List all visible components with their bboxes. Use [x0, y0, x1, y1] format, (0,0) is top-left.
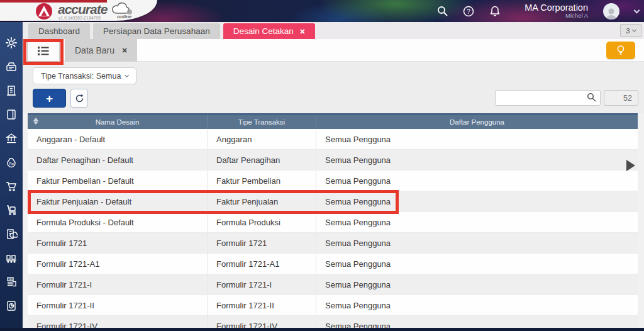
reports-icon[interactable] [5, 299, 18, 312]
manufacture-icon[interactable] [5, 251, 18, 264]
chevron-down-icon [125, 73, 129, 77]
cell-daftar-pengguna: Semua Pengguna [316, 150, 638, 170]
cell-tipe-transaksi: Formula Produksi [208, 212, 316, 232]
plus-icon: + [46, 93, 53, 104]
cursor-arrow [626, 160, 635, 171]
help-icon[interactable]: ? [463, 6, 474, 17]
cell-daftar-pengguna: Semua Pengguna [316, 274, 638, 295]
table-row[interactable]: Faktur Pembelian - Default Faktur Pembel… [28, 171, 638, 191]
cell-daftar-pengguna: Semua Pengguna [316, 295, 638, 315]
cell-nama-desain: Faktur Penjualan - Default [28, 191, 208, 211]
designs-table: Nama Desain Tipe Transaksi Daftar Penggu… [28, 113, 638, 331]
accurate-logo-icon [35, 3, 53, 20]
journal-icon[interactable] [5, 108, 18, 121]
table-row[interactable]: Formulir 1721 Formulir 1721 Semua Penggu… [28, 233, 638, 254]
search-input[interactable] [495, 90, 601, 106]
bank-icon[interactable] [5, 132, 18, 145]
list-view-icon [37, 46, 50, 56]
search-field-wrap [495, 90, 601, 106]
bell-icon[interactable] [489, 6, 501, 17]
table-row[interactable]: Daftar Penagihan - Default Daftar Penagi… [28, 150, 638, 171]
refresh-icon [75, 94, 84, 103]
main-tab-strip: Dashboard Persiapan Data Perusahaan Desa… [23, 22, 644, 39]
user-name: Michel A [525, 13, 588, 19]
cell-tipe-transaksi: Formulir 1721 [208, 233, 316, 253]
cell-daftar-pengguna: Semua Pengguna [316, 254, 638, 274]
toolbar: Tipe Transaksi: Semua + 52 [23, 62, 644, 113]
chevron-down-icon[interactable] [634, 7, 640, 13]
svg-text:Rp: Rp [9, 161, 14, 165]
cell-tipe-transaksi: Formulir 1721-II [208, 295, 316, 315]
cell-daftar-pengguna: Semua Pengguna [316, 191, 638, 211]
result-count: 52 [623, 94, 632, 103]
app-window: accurate v1.0.1#3352-2184705 online ? MA… [0, 0, 644, 331]
table-row[interactable]: Faktur Penjualan - Default Faktur Penjua… [28, 191, 638, 212]
chevron-down-icon [632, 28, 636, 32]
sort-icon [33, 118, 38, 125]
filter-label: Tipe Transaksi: Semua [41, 72, 121, 81]
cash-register-icon[interactable] [5, 60, 18, 73]
table-row[interactable]: Formula Produksi - Default Formula Produ… [28, 212, 638, 233]
tab-overflow-button[interactable]: 3 [620, 24, 641, 37]
cell-daftar-pengguna: Semua Pengguna [316, 171, 638, 191]
account-info[interactable]: MA Corporation Michel A [525, 3, 588, 19]
cell-nama-desain: Daftar Penagihan - Default [28, 150, 208, 170]
subtab-data-baru[interactable]: Data Baru × [65, 39, 137, 62]
column-header-tipe-transaksi[interactable]: Tipe Transaksi [208, 115, 316, 129]
close-icon[interactable]: × [122, 45, 127, 55]
cell-nama-desain: Formulir 1721 [28, 233, 208, 253]
topbar: accurate v1.0.1#3352-2184705 online ? MA… [0, 0, 644, 22]
tab-persiapan-data-perusahaan[interactable]: Persiapan Data Perusahaan [93, 23, 220, 39]
close-icon[interactable]: × [300, 27, 305, 36]
cell-tipe-transaksi: Formulir 1721-A1 [208, 254, 316, 274]
table-row[interactable]: Anggaran - Default Anggaran Semua Penggu… [28, 129, 638, 150]
table-row[interactable]: Formulir 1721-A1 Formulir 1721-A1 Semua … [28, 254, 638, 274]
purchase-cart-icon[interactable] [5, 179, 18, 193]
column-header-daftar-pengguna[interactable]: Daftar Pengguna [316, 115, 638, 129]
tab-dashboard[interactable]: Dashboard [28, 23, 90, 39]
table-row[interactable]: Formulir 1721-I Formulir 1721-I Semua Pe… [28, 274, 638, 295]
search-icon[interactable] [436, 6, 448, 17]
company-name: MA Corporation [525, 3, 588, 13]
search-icon [587, 93, 596, 102]
cell-nama-desain: Anggaran - Default [28, 129, 208, 149]
tab-desain-cetakan[interactable]: Desain Cetakan × [223, 23, 315, 39]
cell-tipe-transaksi: Anggaran [208, 129, 316, 149]
warehouse-cloud-icon[interactable] [5, 227, 18, 240]
cell-daftar-pengguna: Semua Pengguna [316, 233, 638, 253]
delivery-trolley-icon[interactable] [5, 203, 18, 216]
tab-overflow-count: 3 [626, 27, 630, 35]
tips-button[interactable] [606, 42, 635, 59]
bottom-edge-strip [0, 328, 644, 331]
table-header: Nama Desain Tipe Transaksi Daftar Penggu… [28, 113, 638, 129]
cell-nama-desain: Formulir 1721-I [28, 274, 208, 295]
logo-text: accurate [58, 2, 107, 17]
decorative-dot [127, 9, 132, 14]
tab-label: Dashboard [38, 26, 80, 36]
result-count-badge[interactable]: 52 [604, 90, 638, 106]
tax-icon[interactable]: TAX [5, 275, 18, 288]
table-body: Anggaran - Default Anggaran Semua Penggu… [28, 129, 638, 331]
svg-text:TAX: TAX [8, 278, 13, 281]
settings-icon[interactable] [5, 36, 18, 49]
cell-nama-desain: Formulir 1721-A1 [28, 254, 208, 274]
expense-rp-icon[interactable]: Rp [5, 155, 18, 169]
logo-version: v1.0.1#3352-2184705 [58, 16, 101, 20]
tab-label: Desain Cetakan [233, 26, 294, 36]
subtab-label: Data Baru [75, 45, 114, 55]
transaction-type-filter[interactable]: Tipe Transaksi: Semua [33, 67, 136, 84]
company-icon[interactable] [5, 84, 18, 97]
tab-label: Persiapan Data Perusahaan [103, 26, 210, 36]
content-area: Dashboard Persiapan Data Perusahaan Desa… [23, 22, 644, 331]
refresh-button[interactable] [70, 89, 88, 108]
cell-nama-desain: Faktur Pembelian - Default [28, 171, 208, 191]
avatar[interactable] [603, 3, 619, 20]
column-header-nama-desain[interactable]: Nama Desain [28, 115, 208, 129]
sub-tab-row: Data Baru × [23, 39, 644, 62]
list-view-button[interactable] [27, 40, 60, 62]
table-row[interactable]: Formulir 1721-II Formulir 1721-II Semua … [28, 295, 638, 316]
add-button[interactable]: + [33, 89, 66, 108]
cell-tipe-transaksi: Formulir 1721-I [208, 274, 316, 295]
lightbulb-icon [616, 45, 625, 56]
cell-tipe-transaksi: Faktur Pembelian [208, 171, 316, 191]
